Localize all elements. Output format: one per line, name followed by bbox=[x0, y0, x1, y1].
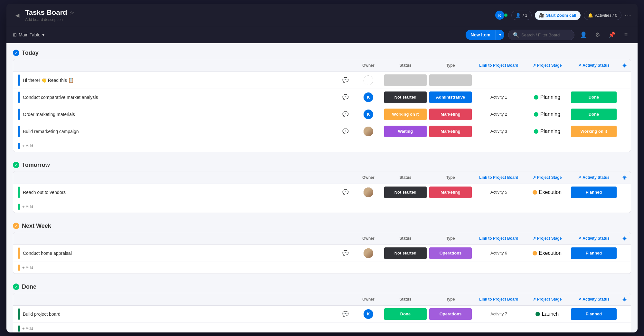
board-title: Tasks Board ☆ bbox=[25, 8, 74, 17]
invite-button[interactable]: 👤 / 1 bbox=[511, 11, 531, 20]
comment-icon[interactable]: 💬 bbox=[342, 94, 349, 100]
chevron-icon: ▾ bbox=[42, 32, 44, 37]
settings-icon[interactable]: ⚙ bbox=[592, 30, 603, 40]
add-row-tomorrow[interactable]: + Add bbox=[13, 201, 631, 213]
new-item-button[interactable]: New Item ▾ bbox=[466, 30, 504, 40]
status-badge[interactable]: Not started bbox=[384, 91, 427, 103]
main-table-button[interactable]: ⊞ Main Table ▾ bbox=[13, 32, 44, 37]
comment-icon[interactable]: 💬 bbox=[342, 189, 349, 195]
comment-icon[interactable]: 💬 bbox=[342, 77, 349, 83]
filter-icon[interactable]: ≡ bbox=[621, 30, 631, 40]
owner-avatar-photo bbox=[364, 187, 373, 197]
col-type-header: Type bbox=[428, 61, 473, 70]
col-task-header bbox=[13, 236, 354, 241]
type-badge[interactable]: Administrative bbox=[429, 91, 472, 103]
row-link-nw0[interactable]: Activity 6 bbox=[473, 249, 525, 257]
person-filter-icon[interactable]: 👤 bbox=[578, 30, 589, 40]
pin-icon[interactable]: 📌 bbox=[607, 30, 617, 40]
row-bar bbox=[18, 308, 20, 320]
comment-icon[interactable]: 💬 bbox=[342, 250, 349, 256]
type-badge[interactable]: Operations bbox=[429, 247, 472, 259]
row-task-3[interactable]: Build remarketing campaign 💬 bbox=[13, 123, 354, 140]
row-link-d0[interactable]: Activity 7 bbox=[473, 310, 525, 318]
status-badge[interactable]: Done bbox=[384, 308, 427, 320]
board-subtitle[interactable]: Add board description bbox=[25, 17, 74, 22]
type-badge[interactable]: Marketing bbox=[429, 126, 472, 137]
zoom-button[interactable]: 🎥 Start Zoom call bbox=[535, 11, 581, 20]
row-task-nw0[interactable]: Conduct home appraisal 💬 bbox=[13, 245, 354, 262]
app-window: ◀ Tasks Board ☆ Add board description K … bbox=[6, 4, 638, 332]
table-row: Conduct home appraisal 💬 Not started Ope… bbox=[13, 245, 631, 262]
col-add-done[interactable]: ⊕ bbox=[618, 293, 631, 305]
row-task-2[interactable]: Order marketing materials 💬 bbox=[13, 106, 354, 123]
col-link-header: Link to Project Board bbox=[473, 61, 525, 70]
search-box[interactable]: 🔍 bbox=[508, 30, 574, 40]
add-row-next-week[interactable]: + Add bbox=[13, 262, 631, 274]
row-task-1[interactable]: Conduct comparative market analysis 💬 bbox=[13, 89, 354, 106]
header-actions: K 👤 / 1 🎥 Start Zoom call 🔔 Activities /… bbox=[495, 10, 631, 20]
type-badge[interactable]: Marketing bbox=[429, 109, 472, 120]
owner-avatar-photo bbox=[364, 248, 373, 258]
comment-icon[interactable]: 💬 bbox=[342, 111, 349, 117]
col-activity-status-header: ↗Activity Status bbox=[570, 294, 618, 304]
activities-icon: 🔔 bbox=[588, 13, 593, 18]
col-activity-status-header: ↗Activity Status bbox=[570, 173, 618, 182]
table-done-header: Owner Status Type Link to Project Board … bbox=[13, 293, 631, 306]
type-badge[interactable]: Operations bbox=[429, 308, 472, 320]
row-type-d0: Operations bbox=[428, 307, 473, 321]
row-type-nw0: Operations bbox=[428, 246, 473, 260]
col-add-tomorrow[interactable]: ⊕ bbox=[618, 171, 631, 184]
collapse-button[interactable]: ◀ bbox=[13, 11, 22, 20]
activity-status-badge[interactable]: Planned bbox=[571, 247, 617, 259]
comment-icon[interactable]: 💬 bbox=[342, 311, 349, 317]
add-row-today[interactable]: + Add bbox=[13, 140, 631, 152]
row-task-t0[interactable]: Reach out to vendors 💬 bbox=[13, 184, 354, 201]
col-add-next-week[interactable]: ⊕ bbox=[618, 232, 631, 245]
search-input[interactable] bbox=[521, 33, 570, 37]
section-tomorrow-dot: ✓ bbox=[13, 162, 19, 168]
status-badge[interactable]: Not started bbox=[384, 187, 427, 198]
activity-status-badge[interactable]: Done bbox=[571, 109, 617, 120]
add-row-done[interactable]: + Add bbox=[13, 323, 631, 332]
row-owner-0 bbox=[354, 75, 383, 85]
row-status-3: Waiting bbox=[383, 124, 428, 139]
activity-status-badge[interactable]: Working on it bbox=[571, 126, 617, 137]
row-link-1[interactable]: Activity 1 bbox=[473, 93, 525, 101]
comment-icon[interactable]: 💬 bbox=[342, 128, 349, 134]
more-button[interactable]: ⋯ bbox=[625, 11, 631, 19]
owner-avatar-k: K bbox=[364, 110, 373, 119]
new-item-dropdown-icon[interactable]: ▾ bbox=[496, 30, 504, 40]
table-next-week-header: Owner Status Type Link to Project Board … bbox=[13, 232, 631, 245]
activity-status-badge[interactable]: Planned bbox=[571, 187, 617, 198]
col-task-header bbox=[13, 297, 354, 302]
col-link-header: Link to Project Board bbox=[473, 294, 525, 304]
row-task-0[interactable]: Hi there! 👋 Read this 📋 💬 bbox=[13, 72, 354, 89]
board-title-text: Tasks Board bbox=[25, 8, 67, 17]
activity-status-badge[interactable]: Done bbox=[571, 91, 617, 103]
table-done: Owner Status Type Link to Project Board … bbox=[13, 293, 631, 332]
row-task-d0[interactable]: Build project board 💬 bbox=[13, 306, 354, 322]
table-row: Reach out to vendors 💬 Not started Marke… bbox=[13, 184, 631, 201]
table-row: Build remarketing campaign 💬 Waiting Mar… bbox=[13, 123, 631, 140]
table-row: Conduct comparative market analysis 💬 K … bbox=[13, 89, 631, 106]
status-badge[interactable]: Working on it bbox=[384, 109, 427, 120]
type-badge[interactable]: Marketing bbox=[429, 187, 472, 198]
new-item-label: New Item bbox=[466, 30, 496, 40]
row-bar bbox=[18, 187, 20, 198]
star-icon[interactable]: ☆ bbox=[70, 10, 74, 16]
row-link-t0[interactable]: Activity 5 bbox=[473, 188, 525, 196]
col-status-header: Status bbox=[383, 234, 428, 243]
status-badge[interactable]: Not started bbox=[384, 247, 427, 259]
activity-status-badge[interactable]: Planned bbox=[571, 308, 617, 320]
row-link-3[interactable]: Activity 3 bbox=[473, 128, 525, 135]
activities-button[interactable]: 🔔 Activities / 0 bbox=[584, 11, 621, 20]
row-owner-1: K bbox=[354, 92, 383, 102]
col-activity-status-header: ↗Activity Status bbox=[570, 61, 618, 70]
status-badge[interactable]: Waiting bbox=[384, 126, 427, 137]
table-today: Owner Status Type Link to Project Board … bbox=[13, 59, 631, 152]
table-tomorrow: Owner Status Type Link to Project Board … bbox=[13, 171, 631, 213]
col-add-today[interactable]: ⊕ bbox=[618, 59, 631, 72]
row-link-2[interactable]: Activity 2 bbox=[473, 110, 525, 118]
table-row: Hi there! 👋 Read this 📋 💬 bbox=[13, 72, 631, 89]
row-activity-2: Done bbox=[570, 107, 618, 121]
